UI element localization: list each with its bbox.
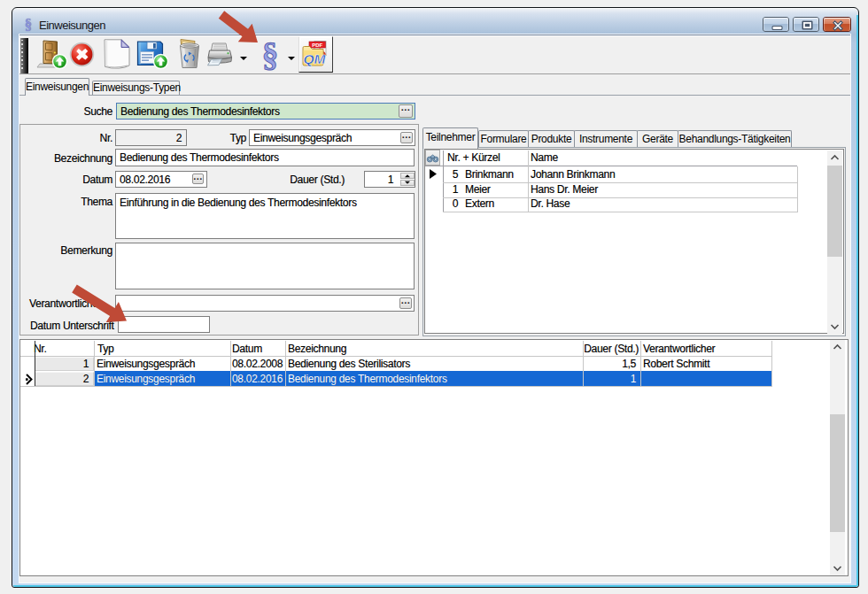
svg-text:§: § [262,39,279,71]
svg-text:PDF: PDF [312,42,322,48]
svg-text:QM: QM [304,51,327,66]
